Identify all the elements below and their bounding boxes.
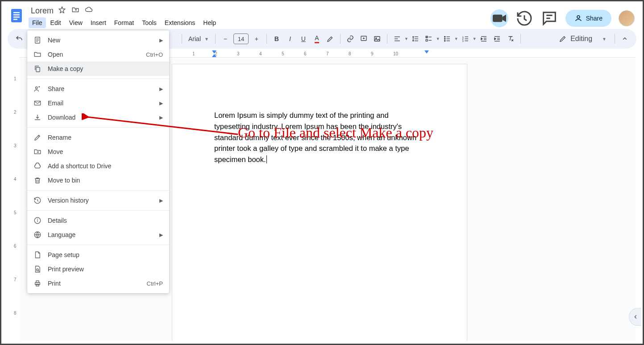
- increase-indent-icon[interactable]: [491, 32, 503, 46]
- numbered-list-icon[interactable]: 123: [459, 32, 472, 46]
- menu-item-page-setup[interactable]: Page setup: [27, 248, 169, 262]
- email-icon: [33, 99, 42, 107]
- svg-text:3: 3: [462, 40, 464, 42]
- dropdown-arrow-icon[interactable]: ▼: [204, 37, 209, 42]
- collapse-toolbar-icon[interactable]: [619, 32, 631, 46]
- menu-item-add-shortcut[interactable]: Add a shortcut to Drive: [27, 159, 169, 173]
- menu-item-move-to-bin[interactable]: Move to bin: [27, 173, 169, 187]
- svg-rect-6: [493, 15, 503, 22]
- align-icon[interactable]: [391, 32, 403, 46]
- page[interactable]: Lorem Ipsum is simply dummy text of the …: [172, 64, 467, 341]
- star-icon[interactable]: [58, 6, 66, 16]
- info-icon: [33, 216, 42, 224]
- menu-item-new[interactable]: New▶: [27, 33, 169, 47]
- svg-rect-1: [13, 12, 20, 13]
- svg-rect-62: [36, 284, 39, 287]
- underline-icon[interactable]: U: [297, 32, 310, 46]
- print-icon: [33, 279, 42, 287]
- decrease-indent-icon[interactable]: [478, 32, 490, 46]
- menu-item-version-history[interactable]: Version history▶: [27, 193, 169, 208]
- drive-shortcut-icon: [33, 162, 42, 170]
- menu-item-make-a-copy[interactable]: Make a copy: [27, 62, 169, 76]
- svg-point-53: [36, 87, 38, 89]
- svg-point-26: [444, 38, 445, 39]
- history-icon[interactable]: [515, 9, 533, 27]
- trash-icon: [33, 176, 42, 184]
- cloud-status-icon[interactable]: [85, 6, 93, 16]
- undo-icon[interactable]: [13, 32, 25, 46]
- preview-icon: [33, 265, 42, 273]
- menu-item-open[interactable]: OpenCtrl+O: [27, 47, 169, 62]
- bulleted-list-icon[interactable]: [441, 32, 453, 46]
- text-color-icon[interactable]: A: [311, 32, 323, 46]
- font-family-select[interactable]: Arial: [186, 32, 204, 46]
- menu-tools[interactable]: Tools: [138, 17, 160, 28]
- comments-icon[interactable]: [540, 9, 558, 27]
- document-icon: [33, 36, 42, 44]
- checklist-icon[interactable]: [423, 32, 435, 46]
- svg-point-57: [37, 219, 38, 220]
- svg-rect-52: [36, 67, 40, 72]
- italic-icon[interactable]: I: [284, 32, 296, 46]
- line-spacing-icon[interactable]: [409, 32, 422, 46]
- share-label: Share: [586, 15, 602, 22]
- insert-image-icon[interactable]: [371, 32, 383, 46]
- text-cursor: [266, 155, 267, 163]
- share-button[interactable]: Share: [565, 10, 611, 27]
- submenu-arrow-icon: ▶: [159, 37, 163, 43]
- add-comment-icon[interactable]: [357, 32, 370, 46]
- rename-icon: [33, 133, 42, 141]
- svg-rect-61: [36, 281, 39, 283]
- highlight-icon[interactable]: [324, 32, 337, 46]
- menu-item-move[interactable]: Move: [27, 145, 169, 159]
- menu-item-share[interactable]: Share▶: [27, 82, 169, 96]
- move-folder-icon[interactable]: [71, 6, 79, 16]
- svg-point-59: [37, 269, 39, 271]
- menu-view[interactable]: View: [66, 17, 86, 28]
- folder-icon: [33, 50, 42, 58]
- share-icon: [33, 85, 42, 93]
- menu-edit[interactable]: Edit: [47, 17, 65, 28]
- page-icon: [33, 251, 42, 259]
- meet-icon[interactable]: [490, 9, 508, 27]
- svg-marker-5: [59, 7, 65, 13]
- menu-item-print-preview[interactable]: Print preview: [27, 262, 169, 276]
- bold-icon[interactable]: B: [270, 32, 283, 46]
- svg-rect-2: [13, 14, 20, 16]
- menu-item-download[interactable]: Download▶: [27, 110, 169, 125]
- increase-font-icon[interactable]: +: [250, 32, 263, 46]
- menu-item-details[interactable]: Details: [27, 213, 169, 228]
- editing-mode-button[interactable]: Editing ▼: [554, 35, 611, 43]
- download-icon: [33, 113, 42, 121]
- clear-formatting-icon[interactable]: [504, 32, 517, 46]
- menu-item-email[interactable]: Email▶: [27, 96, 169, 110]
- document-title[interactable]: Lorem: [31, 6, 54, 16]
- menu-insert[interactable]: Insert: [87, 17, 110, 28]
- svg-rect-12: [374, 37, 380, 42]
- vertical-ruler[interactable]: 12345678: [13, 58, 20, 341]
- font-size-input[interactable]: 14: [233, 33, 249, 44]
- copy-icon: [33, 65, 42, 73]
- document-body[interactable]: Lorem Ipsum is simply dummy text of the …: [214, 110, 424, 165]
- menu-file[interactable]: File: [29, 17, 46, 28]
- insert-link-icon[interactable]: [344, 32, 357, 46]
- svg-rect-60: [35, 283, 40, 285]
- menu-help[interactable]: Help: [199, 17, 220, 28]
- menu-item-print[interactable]: PrintCtrl+P: [27, 276, 169, 291]
- menu-item-language[interactable]: Language▶: [27, 228, 169, 242]
- svg-rect-3: [13, 17, 20, 18]
- docs-logo-icon[interactable]: [8, 7, 25, 25]
- svg-point-24: [444, 36, 445, 37]
- history-icon: [33, 196, 42, 204]
- menu-extensions[interactable]: Extensions: [161, 17, 199, 28]
- avatar[interactable]: [619, 10, 635, 26]
- decrease-font-icon[interactable]: −: [219, 32, 232, 46]
- file-menu-dropdown: New▶ OpenCtrl+O Make a copy Share▶ Email…: [27, 30, 169, 293]
- menu-format[interactable]: Format: [111, 17, 137, 28]
- svg-rect-0: [11, 9, 22, 22]
- header: Lorem File Edit View Insert Format Tools…: [1, 1, 643, 29]
- menu-item-rename[interactable]: Rename: [27, 130, 169, 145]
- move-icon: [33, 148, 42, 156]
- svg-rect-4: [13, 19, 17, 20]
- globe-icon: [33, 231, 42, 239]
